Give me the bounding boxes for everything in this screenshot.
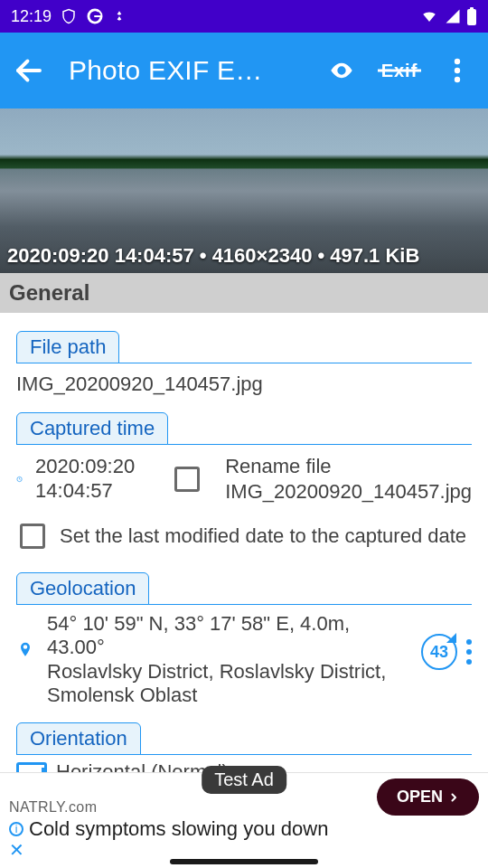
app-bar: Photo EXIF E… Exif <box>0 33 488 108</box>
exif-icon: Exif <box>381 61 418 81</box>
svg-point-5 <box>455 68 460 73</box>
preview-button[interactable] <box>324 52 360 89</box>
chevron-right-icon <box>448 791 459 804</box>
captured-hms: 14:04:57 <box>35 479 135 503</box>
location-saved-icon <box>113 8 126 24</box>
ad-test-tag: Test Ad <box>202 766 286 794</box>
ad-open-button[interactable]: OPEN <box>377 778 479 816</box>
orientation-label: Orientation <box>16 722 141 755</box>
map-pin-icon <box>16 637 34 663</box>
ad-headline[interactable]: Cold symptoms slowing you down <box>29 817 328 841</box>
photo-meta-overlay: 2020:09:20 14:04:57 • 4160×2340 • 497.1 … <box>0 239 427 273</box>
filepath-label: File path <box>16 331 119 363</box>
cell-signal-icon <box>445 8 461 24</box>
ad-close-button[interactable]: ✕ <box>9 839 479 861</box>
captured-time-label: Captured time <box>16 412 168 445</box>
strip-exif-button[interactable]: Exif <box>381 52 418 89</box>
set-modified-checkbox[interactable] <box>20 524 45 549</box>
wifi-icon <box>419 8 439 24</box>
svg-point-6 <box>455 77 460 82</box>
section-header-general: General <box>0 273 488 313</box>
rename-label: Rename file <box>225 454 472 479</box>
geolocation-value[interactable]: 54° 10' 59" N, 33° 17' 58" E, 4.0m, 43.0… <box>47 612 408 708</box>
svg-rect-1 <box>467 9 476 25</box>
geo-address: Roslavlsky District, Roslavlsky District… <box>47 660 386 706</box>
ad-banner: Test Ad NATRLY.com OPEN i Cold symptoms … <box>0 772 488 863</box>
svg-point-3 <box>340 69 344 73</box>
ad-info-icon[interactable]: i <box>9 822 23 836</box>
geo-coords: 54° 10' 59" N, 33° 17' 58" E, 4.0m, 43.0… <box>47 612 350 658</box>
back-button[interactable] <box>7 49 51 92</box>
photo-preview[interactable]: 2020:09:20 14:04:57 • 4160×2340 • 497.1 … <box>0 108 488 273</box>
eye-icon <box>325 58 358 83</box>
direction-badge[interactable]: 43 <box>421 634 457 670</box>
ad-brand: NATRLY.com <box>9 799 97 816</box>
home-indicator[interactable] <box>170 859 318 864</box>
clock-icon <box>16 467 23 492</box>
app-title: Photo EXIF E… <box>69 55 304 86</box>
rename-checkbox[interactable] <box>174 467 200 492</box>
svg-point-4 <box>455 59 460 64</box>
captured-date: 2020:09:20 <box>35 455 135 478</box>
captured-datetime[interactable]: 2020:09:20 14:04:57 <box>35 455 135 503</box>
svg-rect-2 <box>470 7 474 10</box>
status-time: 12:19 <box>11 7 52 26</box>
set-modified-label: Set the last modified date to the captur… <box>60 524 466 548</box>
filepath-value[interactable]: IMG_20200920_140457.jpg <box>16 363 472 398</box>
google-g-icon <box>86 7 104 25</box>
shield-icon <box>61 7 77 25</box>
dots-vertical-icon <box>454 58 461 83</box>
overflow-menu-button[interactable] <box>439 52 475 89</box>
geolocation-label: Geolocation <box>16 572 149 605</box>
arrow-left-icon <box>13 54 45 87</box>
status-bar: 12:19 <box>0 0 488 33</box>
battery-icon <box>466 7 477 25</box>
geo-menu-button[interactable] <box>466 639 472 665</box>
rename-value: IMG_20200920_140457.jpg <box>225 479 472 505</box>
ad-cta-label: OPEN <box>397 788 443 807</box>
